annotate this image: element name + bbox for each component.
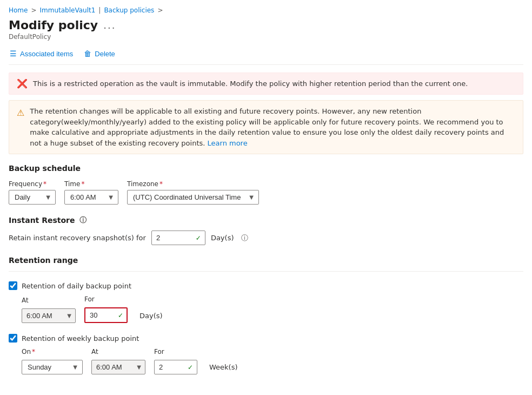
timezone-group: Timezone* (UTC) Coordinated Universal Ti… [127, 180, 259, 205]
breadcrumb-vault[interactable]: ImmutableVault1 [40, 6, 96, 14]
breadcrumb-sep1: > [31, 6, 36, 14]
error-icon: ❌ [17, 78, 28, 89]
timezone-select[interactable]: (UTC) Coordinated Universal Time [127, 190, 259, 205]
instant-restore-title: Instant Restore ⓘ [9, 215, 523, 225]
timezone-label: Timezone* [127, 180, 259, 188]
retain-info-icon: ⓘ [241, 233, 248, 243]
retain-unit-label: Day(s) [211, 234, 234, 242]
frequency-select-wrapper: Daily Weekly ▼ [9, 190, 56, 205]
trash-icon: 🗑 [84, 49, 91, 58]
weekly-on-select-wrapper: Sunday Monday Tuesday Wednesday Thursday… [22, 360, 83, 374]
weekly-for-select[interactable]: 2 3 4 [154, 360, 197, 374]
divider [9, 271, 523, 272]
breadcrumb-backup-policies[interactable]: Backup policies [104, 6, 154, 14]
daily-at-label: At [22, 297, 76, 304]
warning-text: The retention changes will be applicable… [30, 106, 515, 148]
delete-label: Delete [95, 50, 115, 58]
warning-icon: ⚠ [17, 107, 24, 120]
error-message: This is a restricted operation as the va… [33, 80, 468, 88]
breadcrumb: Home > ImmutableVault1 | Backup policies… [9, 6, 523, 14]
retain-select[interactable]: 1 2 3 4 5 [151, 231, 205, 245]
daily-at-select-wrapper: 6:00 AM ▼ [22, 308, 76, 323]
daily-for-label: For [84, 295, 128, 303]
frequency-select[interactable]: Daily Weekly [9, 190, 56, 205]
weekly-on-group: On* Sunday Monday Tuesday Wednesday Thur… [22, 348, 83, 374]
frequency-group: Frequency* Daily Weekly ▼ [9, 180, 56, 205]
weekly-unit-label: Week(s) [209, 363, 238, 371]
weekly-at-select[interactable]: 6:00 AM [91, 360, 145, 374]
page-subtitle: DefaultPolicy [9, 33, 523, 41]
daily-form-row: At 6:00 AM ▼ For ✓ Day(s) [22, 295, 523, 323]
weekly-for-select-wrapper: 2 3 4 ✓ [154, 360, 197, 374]
breadcrumb-sep2: > [157, 6, 163, 14]
retain-label: Retain instant recovery snapshot(s) for [9, 234, 146, 242]
backup-schedule-title: Backup schedule [9, 164, 523, 173]
associated-items-label: Associated items [20, 50, 73, 58]
frequency-label: Frequency* [9, 180, 56, 188]
daily-for-input-wrapper: ✓ [84, 307, 128, 323]
daily-at-group: At 6:00 AM ▼ [22, 297, 76, 323]
timezone-select-wrapper: (UTC) Coordinated Universal Time ▼ [127, 190, 259, 205]
weekly-form-row: On* Sunday Monday Tuesday Wednesday Thur… [22, 348, 523, 374]
retain-select-wrapper: 1 2 3 4 5 ✓ [151, 231, 205, 245]
weekly-at-group: At 6:00 AM ▼ [91, 348, 145, 374]
error-alert: ❌ This is a restricted operation as the … [9, 73, 523, 95]
instant-restore-info-icon: ⓘ [79, 215, 87, 225]
daily-checkbox-row: Retention of daily backup point [9, 281, 523, 290]
daily-label: Retention of daily backup point [22, 282, 131, 290]
breadcrumb-separator: | [98, 6, 101, 14]
page-title-row: Modify policy ... [9, 18, 523, 32]
time-group: Time* 6:00 AM 12:00 AM 12:00 PM ▼ [64, 180, 118, 205]
weekly-for-label: For [154, 348, 197, 356]
daily-for-input[interactable] [84, 307, 128, 323]
toolbar: ☰ Associated items 🗑 Delete [9, 47, 523, 65]
daily-at-select[interactable]: 6:00 AM [22, 308, 76, 323]
time-select-wrapper: 6:00 AM 12:00 AM 12:00 PM ▼ [64, 190, 118, 205]
daily-unit-label: Day(s) [139, 312, 163, 320]
delete-button[interactable]: 🗑 Delete [83, 47, 116, 60]
weekly-checkbox[interactable] [9, 334, 17, 343]
time-label: Time* [64, 180, 118, 188]
weekly-checkbox-row: Retention of weekly backup point [9, 334, 523, 343]
weekly-on-select[interactable]: Sunday Monday Tuesday Wednesday Thursday… [22, 360, 83, 374]
warning-alert: ⚠ The retention changes will be applicab… [9, 100, 523, 154]
weekly-for-group: For 2 3 4 ✓ [154, 348, 197, 374]
retain-row: Retain instant recovery snapshot(s) for … [9, 231, 523, 245]
weekly-fields: On* Sunday Monday Tuesday Wednesday Thur… [9, 348, 523, 374]
retention-range-title: Retention range [9, 256, 523, 265]
weekly-at-label: At [91, 348, 145, 356]
daily-checkbox[interactable] [9, 281, 17, 290]
page-title: Modify policy [9, 18, 98, 32]
daily-for-group: For ✓ [84, 295, 128, 323]
weekly-section: Retention of weekly backup point On* Sun… [9, 334, 523, 374]
daily-fields: At 6:00 AM ▼ For ✓ Day(s) [9, 295, 523, 323]
breadcrumb-home[interactable]: Home [9, 6, 28, 14]
list-icon: ☰ [10, 49, 17, 58]
time-select[interactable]: 6:00 AM 12:00 AM 12:00 PM [64, 190, 118, 205]
weekly-on-label: On* [22, 348, 83, 356]
learn-more-link[interactable]: Learn more [208, 139, 248, 147]
backup-schedule-row: Frequency* Daily Weekly ▼ Time* 6:00 AM … [9, 180, 523, 205]
associated-items-button[interactable]: ☰ Associated items [9, 47, 74, 60]
weekly-label: Retention of weekly backup point [22, 334, 139, 343]
more-options-icon[interactable]: ... [103, 19, 116, 31]
weekly-at-select-wrapper: 6:00 AM ▼ [91, 360, 145, 374]
